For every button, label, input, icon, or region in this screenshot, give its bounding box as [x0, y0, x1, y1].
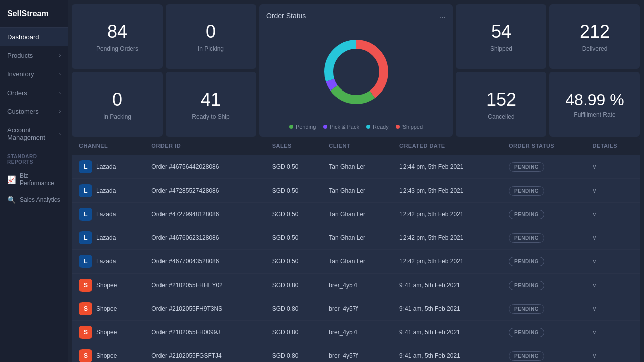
sidebar-item-orders[interactable]: Orders › [0, 83, 68, 102]
created-date-cell: 12:44 pm, 5th Feb 2021 [392, 155, 502, 179]
ready-to-ship-label: Ready to Ship [192, 113, 229, 120]
shopee-logo: S [79, 279, 92, 292]
channel-name: Lazada [96, 163, 116, 170]
sidebar-item-label: Inventory [7, 70, 34, 78]
order-id-cell: Order #2102055FHHEY02 [144, 274, 265, 297]
details-cell[interactable]: ∨ [585, 274, 640, 297]
cancelled-card: 152 Cancelled [456, 72, 546, 137]
channel-name: Lazada [96, 258, 116, 265]
table-row[interactable]: L Lazada Order #46760623128086 SGD 0.50 … [72, 226, 640, 250]
main-content: 84 Pending Orders 0 In Packing 0 In Pick… [68, 0, 644, 362]
order-status-legend: Pending Pick & Pack Ready Shipped [266, 124, 446, 130]
delivered-label: Delivered [582, 45, 608, 52]
sidebar-item-account-management[interactable]: Account Management › [0, 121, 68, 147]
client-cell: Tan Ghan Ler [321, 226, 392, 250]
expand-icon[interactable]: ∨ [592, 211, 597, 218]
channel-cell: S Shopee [72, 321, 144, 344]
sidebar-item-inventory[interactable]: Inventory › [0, 65, 68, 83]
order-id-cell: Order #2102055FH0099J [144, 321, 265, 344]
col-header-order-id: ORDER ID [144, 137, 265, 155]
sidebar-item-sales-analytics[interactable]: 🔍 Sales Analytics [0, 191, 68, 208]
details-cell[interactable]: ∨ [585, 321, 640, 344]
table-row[interactable]: L Lazada Order #47279948128086 SGD 0.50 … [72, 203, 640, 226]
channel-name: Shopee [96, 305, 117, 312]
table-row[interactable]: L Lazada Order #47285527428086 SGD 0.50 … [72, 179, 640, 203]
fulfillment-rate-value: 48.99 % [565, 90, 624, 109]
donut-chart [321, 37, 391, 107]
status-badge: PENDING [509, 210, 544, 219]
sales-cell: SGD 0.80 [265, 297, 322, 321]
created-date-cell: 9:41 am, 5th Feb 2021 [392, 344, 502, 363]
legend-dot-pick-pack [323, 125, 327, 129]
sidebar-item-products[interactable]: Products › [0, 46, 68, 65]
details-cell[interactable]: ∨ [585, 250, 640, 274]
expand-icon[interactable]: ∨ [592, 258, 597, 265]
created-date-cell: 9:41 am, 5th Feb 2021 [392, 274, 502, 297]
order-status-title: Order Status [266, 12, 306, 20]
created-date-cell: 12:42 pm, 5th Feb 2021 [392, 250, 502, 274]
legend-ready: Ready [366, 124, 389, 130]
orders-table: CHANNEL ORDER ID SALES CLIENT CREATED DA… [72, 137, 640, 362]
expand-icon[interactable]: ∨ [592, 305, 597, 312]
pending-orders-card: 84 Pending Orders [72, 4, 163, 69]
order-status-card: Order Status ... [259, 4, 453, 137]
chevron-right-icon: › [59, 131, 61, 137]
second-col-stats: 0 In Picking 41 Ready to Ship [166, 4, 256, 137]
sidebar-item-customers[interactable]: Customers › [0, 102, 68, 121]
order-status-menu[interactable]: ... [439, 11, 446, 20]
table-row[interactable]: L Lazada Order #46770043528086 SGD 0.50 … [72, 250, 640, 274]
chevron-right-icon: › [59, 109, 61, 114]
details-cell[interactable]: ∨ [585, 203, 640, 226]
sales-cell: SGD 0.80 [265, 344, 322, 363]
client-cell: brer_4y57f [321, 321, 392, 344]
legend-dot-shipped [396, 125, 400, 129]
table-row[interactable]: S Shopee Order #2102055FHHEY02 SGD 0.80 … [72, 274, 640, 297]
ready-to-ship-value: 41 [201, 89, 221, 110]
table-row[interactable]: S Shopee Order #2102055FGSFTJ4 SGD 0.80 … [72, 344, 640, 363]
legend-label-ready: Ready [373, 124, 389, 130]
sidebar-item-label: Account Management [7, 126, 59, 141]
expand-icon[interactable]: ∨ [592, 282, 597, 289]
col-header-client: CLIENT [321, 137, 392, 155]
order-id-cell: Order #46756442028086 [144, 155, 265, 179]
left-col-stats: 84 Pending Orders 0 In Packing [72, 4, 163, 137]
status-badge: PENDING [509, 233, 544, 243]
sales-cell: SGD 0.50 [265, 155, 322, 179]
details-cell[interactable]: ∨ [585, 226, 640, 250]
expand-icon[interactable]: ∨ [592, 163, 597, 170]
channel-name: Lazada [96, 187, 116, 194]
details-cell[interactable]: ∨ [585, 179, 640, 203]
details-cell[interactable]: ∨ [585, 155, 640, 179]
channel-cell: L Lazada [72, 155, 144, 179]
status-cell: PENDING [502, 155, 585, 179]
sales-cell: SGD 0.50 [265, 179, 322, 203]
expand-icon[interactable]: ∨ [592, 234, 597, 241]
details-cell[interactable]: ∨ [585, 344, 640, 363]
lazada-logo: L [79, 184, 92, 197]
created-date-cell: 9:41 am, 5th Feb 2021 [392, 297, 502, 321]
chevron-right-icon: › [59, 90, 61, 96]
sidebar-item-label: Products [7, 52, 33, 59]
table-row[interactable]: L Lazada Order #46756442028086 SGD 0.50 … [72, 155, 640, 179]
status-cell: PENDING [502, 297, 585, 321]
legend-shipped: Shipped [396, 124, 423, 130]
created-date-cell: 12:42 pm, 5th Feb 2021 [392, 203, 502, 226]
table-header: CHANNEL ORDER ID SALES CLIENT CREATED DA… [72, 137, 640, 155]
status-badge: PENDING [509, 351, 544, 361]
legend-pending: Pending [289, 124, 316, 130]
status-cell: PENDING [502, 274, 585, 297]
table-row[interactable]: S Shopee Order #2102055FH0099J SGD 0.80 … [72, 321, 640, 344]
status-badge: PENDING [509, 186, 544, 196]
expand-icon[interactable]: ∨ [592, 187, 597, 194]
table-row[interactable]: S Shopee Order #2102055FH9T3NS SGD 0.80 … [72, 297, 640, 321]
sidebar-item-biz-performance[interactable]: 📈 Biz Performance [0, 168, 68, 191]
details-cell[interactable]: ∨ [585, 297, 640, 321]
delivered-value: 212 [580, 21, 610, 42]
lazada-logo: L [79, 231, 92, 244]
in-picking-label: In Picking [198, 45, 224, 52]
expand-icon[interactable]: ∨ [592, 329, 597, 336]
expand-icon[interactable]: ∨ [592, 352, 597, 359]
status-cell: PENDING [502, 321, 585, 344]
sidebar-item-dashboard[interactable]: Dashboard [0, 28, 68, 46]
channel-cell: L Lazada [72, 179, 144, 203]
